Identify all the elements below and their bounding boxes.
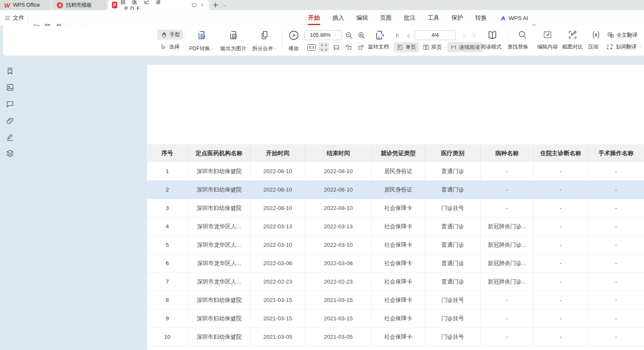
attachments-icon[interactable]: [5, 116, 15, 125]
wps-ai-icon: [499, 15, 507, 22]
menu-bar: 文件 开始 插入 编辑 页面 批注 工具 保护 转换: [0, 10, 644, 26]
comments-icon[interactable]: [5, 100, 15, 109]
table-header-cell: 医疗类别: [425, 144, 480, 162]
cell-medical-type: 普通门诊: [425, 273, 480, 291]
double-page-icon: [423, 44, 429, 51]
bookmark-icon[interactable]: [5, 66, 15, 76]
pages-cycle-icon[interactable]: [374, 29, 385, 41]
compress-label[interactable]: 压缩: [588, 43, 598, 51]
cell-disease: -: [480, 291, 533, 309]
rotate-left-icon: [345, 43, 353, 51]
split-merge-button[interactable]: 拆分合并: [249, 29, 280, 53]
first-page-button[interactable]: [393, 31, 402, 40]
translate-word-button[interactable]: 文 A 划词翻译: [606, 43, 642, 51]
translate-word-icon: 文 A: [606, 43, 614, 51]
continuous-read-button[interactable]: 连续阅读: [447, 42, 483, 52]
double-page-button[interactable]: 双页: [420, 42, 450, 52]
monitor-icon[interactable]: [191, 2, 197, 8]
pdf-page[interactable]: 序号定点医药机构名称开始时间结束时间就诊凭证类型医疗类别病种名称住院主诊断名称手…: [147, 65, 644, 350]
rotate-doc-label[interactable]: 旋转文档: [368, 43, 389, 51]
next-page-button[interactable]: [459, 31, 468, 40]
prev-page-button[interactable]: [404, 31, 413, 40]
translate-full-button[interactable]: A 字 全文翻译: [607, 31, 637, 39]
screenshot-compare-label[interactable]: 截图对比: [562, 43, 583, 51]
cell-surgery: -: [588, 162, 644, 180]
find-replace-label[interactable]: 查找替换: [507, 43, 528, 51]
cell-medical-type: 门诊挂号: [425, 291, 480, 309]
edit-content-label[interactable]: 编辑内容: [537, 43, 558, 51]
docer-icon: d: [57, 2, 63, 8]
cell-org: 深圳市妇幼保健院: [188, 162, 250, 180]
menu-tab-edit[interactable]: 编辑: [356, 10, 368, 26]
read-mode-book-icon[interactable]: [487, 29, 498, 41]
cell-seq: 8: [147, 291, 188, 309]
svg-text:W: W: [201, 35, 204, 38]
find-replace-icon[interactable]: [517, 30, 527, 40]
actual-size-button[interactable]: 1:1: [306, 42, 317, 52]
zoom-in-icon[interactable]: [357, 31, 366, 40]
zoom-out-icon[interactable]: [345, 31, 353, 40]
hand-tool-button[interactable]: 手型: [157, 30, 183, 40]
cell-start-date: 2022-08-10: [250, 199, 305, 217]
cell-surgery: -: [588, 291, 644, 309]
rotate-right-icon: [357, 43, 365, 51]
menu-tab-page[interactable]: 页面: [380, 10, 392, 26]
tab-docer-templates[interactable]: d 找稻壳模板: [53, 0, 105, 10]
layers-icon[interactable]: [5, 149, 15, 158]
cell-org: 深圳市妇幼保健院: [188, 291, 250, 309]
edit-content-icon[interactable]: [543, 30, 553, 40]
menu-tab-protect[interactable]: 保护: [451, 10, 463, 26]
tab-document[interactable]: P 就 医 记 录 .PDF: [108, 0, 209, 10]
tab-wps-office[interactable]: W WPS Office: [0, 0, 49, 10]
cell-medical-type: 门诊挂号: [425, 328, 480, 346]
menu-tab-comment[interactable]: 批注: [404, 10, 416, 26]
svg-text:A: A: [610, 47, 612, 50]
zoom-level-select[interactable]: 105.88%: [304, 30, 342, 40]
select-tool-button[interactable]: 选择: [157, 42, 183, 52]
new-tab-icon[interactable]: [212, 2, 219, 8]
page-number-input[interactable]: 4/4: [415, 30, 456, 40]
fit-width-button[interactable]: [331, 42, 342, 52]
rotate-left-button[interactable]: [343, 42, 354, 52]
file-menu-button[interactable]: 文件: [4, 10, 24, 26]
play-button[interactable]: 播放: [285, 29, 302, 53]
cell-org: 深圳市妇幼保健院: [188, 328, 250, 346]
play-label: 播放: [289, 45, 299, 52]
single-page-icon: [397, 44, 403, 51]
cell-cert-type: 居民身份证: [371, 162, 425, 180]
cell-diagnosis: -: [533, 328, 588, 346]
cell-cert-type: 社会保障卡: [371, 291, 425, 309]
read-mode-label[interactable]: 阅读模式: [481, 43, 502, 51]
divider: [99, 14, 99, 22]
pdf-convert-button[interactable]: W PDF转换: [187, 29, 217, 53]
menu-tab-tools[interactable]: 工具: [428, 10, 439, 26]
last-page-button[interactable]: [469, 31, 478, 40]
table-header-row: 序号定点医药机构名称开始时间结束时间就诊凭证类型医疗类别病种名称住院主诊断名称手…: [147, 144, 644, 162]
sign-icon[interactable]: [5, 133, 15, 142]
table-row: 8 深圳市妇幼保健院 2021-03-15 2021-03-15 社会保障卡 门…: [147, 291, 644, 309]
select-tool-label: 选择: [169, 43, 180, 51]
cell-surgery: -: [588, 199, 644, 217]
close-tab-icon[interactable]: [200, 2, 205, 8]
cell-disease: -: [480, 328, 533, 346]
split-merge-icon: [259, 30, 270, 41]
cell-seq: 3: [147, 199, 188, 217]
menu-tab-home[interactable]: 开始: [308, 10, 320, 26]
fit-page-button[interactable]: [318, 42, 329, 52]
table-row: 1 深圳市妇幼保健院 2022-08-10 2022-08-10 居民身份证 普…: [147, 162, 644, 181]
export-image-button[interactable]: 输出为图片: [218, 29, 249, 53]
export-image-label: 输出为图片: [221, 45, 247, 52]
menu-tab-convert[interactable]: 转换: [475, 10, 487, 26]
divider: [282, 31, 282, 51]
single-page-button[interactable]: 单页: [394, 42, 419, 52]
medical-records-table: 序号定点医药机构名称开始时间结束时间就诊凭证类型医疗类别病种名称住院主诊断名称手…: [147, 144, 644, 346]
menu-tab-insert[interactable]: 插入: [332, 10, 344, 26]
thumbnails-icon[interactable]: [5, 83, 15, 92]
cell-end-date: 2022-03-10: [305, 236, 371, 254]
rotate-right-button[interactable]: [355, 42, 366, 52]
tab-list-chevron-icon[interactable]: [222, 3, 227, 8]
screenshot-compare-icon[interactable]: [568, 30, 578, 40]
compress-icon[interactable]: [591, 30, 601, 40]
wps-ai-button[interactable]: WPS AI: [499, 10, 528, 26]
pdf-convert-icon: W: [196, 30, 207, 41]
